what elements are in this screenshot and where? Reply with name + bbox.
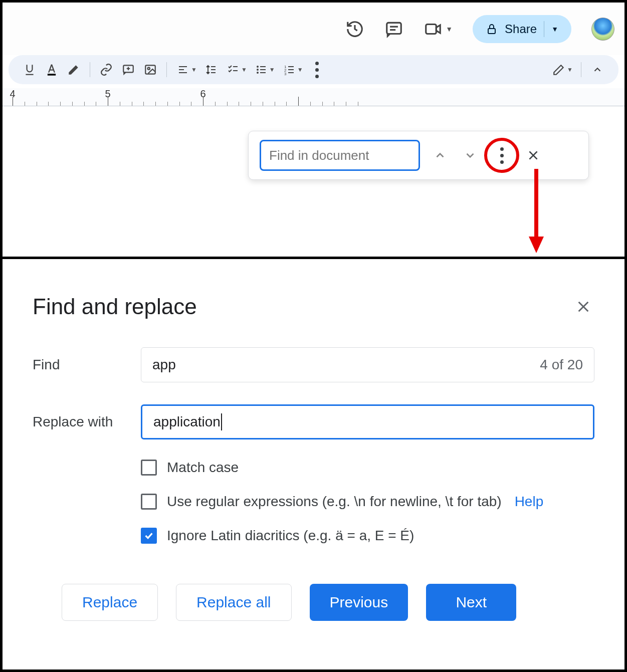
svg-point-22 xyxy=(257,69,259,71)
toolbar-separator xyxy=(90,62,90,77)
chevron-down-icon[interactable]: ▼ xyxy=(241,66,247,73)
replace-field[interactable]: application xyxy=(141,404,594,439)
ruler-tick xyxy=(108,97,108,106)
find-replace-dialog-panel: Find and replace Find app 4 of 20 Replac… xyxy=(3,294,624,672)
underline-button[interactable] xyxy=(19,59,41,81)
svg-rect-25 xyxy=(260,69,266,70)
diacritics-option[interactable]: Ignore Latin diacritics (e.g. ä = a, E =… xyxy=(141,528,594,544)
replace-button[interactable]: Replace xyxy=(62,584,158,621)
ruler-tick xyxy=(37,102,37,106)
find-value: app xyxy=(152,357,540,373)
chevron-down-icon[interactable]: ▼ xyxy=(191,66,197,73)
find-counter: 4 of 20 xyxy=(540,357,583,373)
meet-button[interactable]: ▼ xyxy=(424,20,453,39)
find-field[interactable]: app 4 of 20 xyxy=(141,347,594,382)
vertical-dots-icon xyxy=(500,147,504,164)
ruler-tick xyxy=(322,102,323,106)
svg-point-21 xyxy=(257,66,259,68)
ruler-tick xyxy=(334,102,334,106)
svg-rect-7 xyxy=(48,74,56,76)
insert-image-button[interactable] xyxy=(139,59,161,81)
find-prev-button[interactable] xyxy=(430,145,450,165)
svg-point-23 xyxy=(257,72,259,74)
text-caret xyxy=(221,413,222,430)
ruler-tick xyxy=(358,102,358,106)
ruler-tick xyxy=(310,102,311,106)
find-more-options-button[interactable] xyxy=(490,144,513,167)
svg-rect-32 xyxy=(288,72,294,73)
next-button[interactable]: Next xyxy=(426,584,516,621)
more-format-button[interactable] xyxy=(306,59,328,81)
annotation-arrow xyxy=(529,169,544,254)
chevron-down-icon[interactable]: ▼ xyxy=(297,66,303,73)
toolbar-separator xyxy=(581,62,581,77)
collapse-toolbar-button[interactable] xyxy=(586,59,608,81)
chevron-down-icon[interactable]: ▼ xyxy=(269,66,275,73)
share-button[interactable]: Share ▼ xyxy=(473,15,571,43)
chevron-down-icon[interactable]: ▼ xyxy=(551,25,558,33)
dialog-title: Find and replace xyxy=(33,294,197,319)
chevron-down-icon: ▼ xyxy=(446,25,453,33)
ruler-tick xyxy=(120,102,120,106)
svg-rect-30 xyxy=(288,66,294,67)
ruler-tick xyxy=(60,102,61,106)
svg-text:3: 3 xyxy=(284,72,287,76)
svg-rect-6 xyxy=(26,74,33,75)
history-icon[interactable] xyxy=(345,20,364,39)
ruler-tick xyxy=(191,102,191,106)
insert-link-button[interactable] xyxy=(95,59,117,81)
ruler-tick xyxy=(239,102,239,106)
ruler-tick xyxy=(179,102,180,106)
text-color-button[interactable] xyxy=(41,59,63,81)
svg-marker-4 xyxy=(437,25,441,33)
lock-icon xyxy=(486,23,498,35)
replace-all-button[interactable]: Replace all xyxy=(176,584,291,621)
add-comment-button[interactable] xyxy=(117,59,139,81)
ruler: 4 5 6 xyxy=(3,88,624,106)
ruler-tick xyxy=(155,102,156,106)
svg-marker-36 xyxy=(529,237,544,253)
checkbox-checked-icon xyxy=(141,528,157,544)
dialog-buttons: Replace Replace all Previous Next xyxy=(62,584,594,621)
formatting-toolbar: ▼ ▼ ▼ 123 ▼ ▼ xyxy=(9,55,618,84)
replace-value: application xyxy=(153,414,221,430)
share-label: Share xyxy=(505,22,537,36)
match-case-label: Match case xyxy=(167,460,239,476)
comment-icon[interactable] xyxy=(384,20,403,39)
editor-window-top: ▼ Share ▼ ▼ xyxy=(3,3,624,259)
regex-help-link[interactable]: Help xyxy=(515,494,544,510)
svg-rect-24 xyxy=(260,66,266,67)
find-replace-dialog: Find and replace Find app 4 of 20 Replac… xyxy=(33,294,594,621)
avatar[interactable] xyxy=(591,18,614,41)
replace-label: Replace with xyxy=(33,414,141,430)
ruler-tick xyxy=(346,102,346,106)
regex-option[interactable]: Use regular expressions (e.g. \n for new… xyxy=(141,494,594,510)
chevron-down-icon[interactable]: ▼ xyxy=(567,66,573,73)
ruler-tick xyxy=(72,102,73,106)
svg-rect-5 xyxy=(488,29,495,34)
ruler-tick xyxy=(251,102,251,106)
line-spacing-button[interactable] xyxy=(200,59,222,81)
ruler-tick xyxy=(132,102,132,106)
video-icon xyxy=(424,20,443,39)
options-group: Match case Use regular expressions (e.g.… xyxy=(141,460,594,544)
checkbox-icon xyxy=(141,460,157,476)
match-case-option[interactable]: Match case xyxy=(141,460,594,476)
previous-button[interactable]: Previous xyxy=(310,584,408,621)
regex-label: Use regular expressions (e.g. \n for new… xyxy=(167,494,502,510)
ruler-tick xyxy=(286,102,287,106)
ruler-tick xyxy=(203,97,203,106)
ruler-tick xyxy=(167,102,168,106)
checkbox-icon xyxy=(141,494,157,510)
svg-rect-26 xyxy=(260,72,266,73)
dialog-close-button[interactable] xyxy=(572,296,594,318)
find-input[interactable] xyxy=(260,140,420,171)
find-next-button[interactable] xyxy=(460,145,480,165)
find-close-button[interactable] xyxy=(523,145,543,165)
ruler-tick xyxy=(48,102,49,106)
share-separator xyxy=(544,21,544,37)
diacritics-label: Ignore Latin diacritics (e.g. ä = a, E =… xyxy=(167,528,414,544)
highlight-button[interactable] xyxy=(63,59,85,81)
ruler-tick xyxy=(275,102,275,106)
ruler-tick xyxy=(96,102,96,106)
